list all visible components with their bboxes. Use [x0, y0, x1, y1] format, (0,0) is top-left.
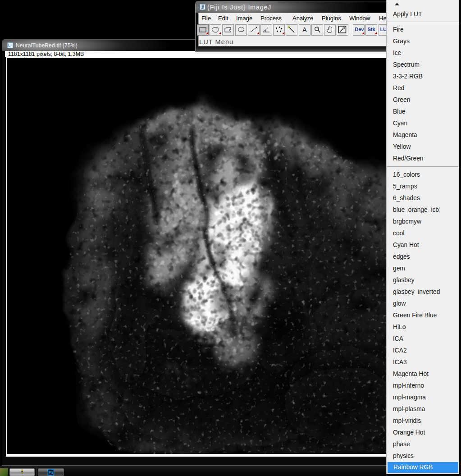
svg-text:Ps: Ps [49, 470, 53, 475]
svg-text:A: A [302, 26, 307, 33]
